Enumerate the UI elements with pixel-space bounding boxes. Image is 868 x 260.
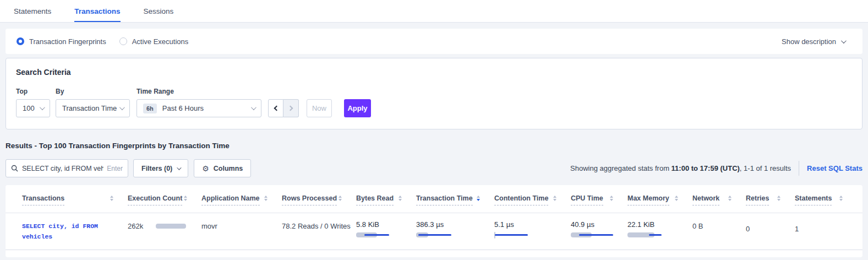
search-input-value: SELECT city, id FROM vehicles W <box>22 165 103 172</box>
results-section: Results - Top 100 Transaction Fingerprin… <box>0 129 868 260</box>
sort-icon[interactable] <box>110 194 113 201</box>
retries-cell: 0 <box>746 220 795 233</box>
column-header-transactions[interactable]: Transactions <box>22 194 128 213</box>
by-select[interactable]: Transaction Time <box>56 99 130 117</box>
sort-icon[interactable] <box>728 194 731 201</box>
chevron-down-icon <box>40 105 45 110</box>
max-memory-cell: 22.1 KiB <box>627 220 692 238</box>
column-header-bytes-read[interactable]: Bytes Read <box>356 194 416 213</box>
stats-time-range: 11:00 to 17:59 (UTC) <box>672 164 740 172</box>
time-range-value: Past 6 Hours <box>162 104 204 112</box>
search-criteria-panel: Search Criteria Top 100 By Transaction T… <box>6 58 862 129</box>
now-button[interactable]: Now <box>307 99 332 117</box>
sort-icon[interactable] <box>398 194 402 201</box>
columns-label: Columns <box>214 165 243 172</box>
time-range-badge: 6h <box>143 104 157 113</box>
bar-line <box>579 234 613 236</box>
network-cell: 0 B <box>692 220 746 230</box>
tab-transactions[interactable]: Transactions <box>74 0 120 22</box>
sort-icon[interactable] <box>675 194 678 201</box>
by-field: By Transaction Time <box>56 88 137 117</box>
column-header-execution-count[interactable]: Execution Count <box>128 194 201 213</box>
contention-time-cell: 5.1 µs <box>494 220 571 238</box>
sort-icon[interactable] <box>610 194 613 201</box>
table-header-row: Transactions Execution Count Application… <box>6 185 862 213</box>
radio-icon <box>17 37 24 45</box>
sort-icon[interactable] <box>477 194 480 201</box>
column-header-contention-time[interactable]: Contention Time <box>494 194 571 213</box>
bar-line <box>495 234 528 236</box>
search-icon <box>11 165 18 172</box>
radio-icon <box>119 37 127 45</box>
tab-label: Sessions <box>144 7 174 15</box>
top-select[interactable]: 100 <box>16 99 50 117</box>
previous-time-window-button[interactable] <box>268 99 283 117</box>
time-range-label: Time Range <box>137 88 268 95</box>
results-heading: Results - Top 100 Transaction Fingerprin… <box>6 142 862 150</box>
bar-line <box>364 234 389 236</box>
column-header-rows-processed[interactable]: Rows Processed <box>282 194 356 213</box>
enter-hint: Enter <box>107 165 123 172</box>
bar-line <box>649 234 662 236</box>
top-select-value: 100 <box>23 104 35 112</box>
sort-icon[interactable] <box>553 194 556 201</box>
gear-icon: ⚙ <box>202 165 209 172</box>
sort-icon[interactable] <box>264 194 268 201</box>
apply-button[interactable]: Apply <box>344 99 371 117</box>
next-time-window-button[interactable] <box>283 99 299 117</box>
time-window-arrows <box>268 99 299 117</box>
divider <box>799 161 799 176</box>
chevron-down-icon <box>177 165 181 170</box>
bytes-read-cell: 5.8 KiB <box>356 220 416 238</box>
execution-count-bar <box>156 224 186 229</box>
time-range-select[interactable]: 6h Past 6 Hours <box>137 99 261 117</box>
show-description-toggle[interactable]: Show description <box>782 37 851 46</box>
columns-button[interactable]: ⚙ Columns <box>194 159 251 177</box>
execution-count-cell: 262k <box>128 220 201 230</box>
search-input[interactable]: SELECT city, id FROM vehicles W Enter <box>6 159 128 177</box>
sort-icon[interactable] <box>184 194 187 201</box>
chevron-left-icon <box>274 106 280 111</box>
chevron-right-icon <box>287 106 293 111</box>
application-name-cell: movr <box>201 220 282 230</box>
top-field: Top 100 <box>16 88 56 117</box>
reset-sql-stats-link[interactable]: Reset SQL Stats <box>807 164 862 172</box>
column-header-cpu-time[interactable]: CPU Time <box>571 194 627 213</box>
rows-processed-cell: 78.2 Reads / 0 Writes <box>282 220 356 230</box>
page-tabbar: Statements Transactions Sessions <box>0 0 868 23</box>
by-select-value: Transaction Time <box>62 104 117 112</box>
bar-line <box>418 234 451 236</box>
radio-label: Active Executions <box>132 37 189 46</box>
sort-icon[interactable] <box>777 194 780 201</box>
radio-transaction-fingerprints[interactable]: Transaction Fingerprints <box>17 37 106 46</box>
radio-active-executions[interactable]: Active Executions <box>119 37 189 46</box>
cpu-time-cell: 40.9 µs <box>571 220 627 238</box>
column-header-transaction-time[interactable]: Transaction Time <box>416 194 494 213</box>
filters-label: Filters (0) <box>141 165 172 172</box>
time-range-field: Time Range 6h Past 6 Hours <box>137 88 268 117</box>
radio-label: Transaction Fingerprints <box>29 37 106 46</box>
top-label: Top <box>16 88 56 95</box>
transaction-fingerprint-link[interactable]: SELECT city, id FROM vehicles <box>22 220 110 242</box>
statements-cell: 1 <box>795 220 857 233</box>
transaction-time-cell: 386.3 µs <box>416 220 494 238</box>
chevron-down-icon <box>841 38 847 44</box>
sort-icon[interactable] <box>339 194 342 201</box>
by-label: By <box>56 88 137 95</box>
column-header-network[interactable]: Network <box>692 194 746 213</box>
column-header-statements[interactable]: Statements <box>795 194 857 213</box>
show-description-label: Show description <box>782 37 836 46</box>
aggregated-stats-text: Showing aggregated stats from 11:00 to 1… <box>570 164 791 172</box>
column-header-application-name[interactable]: Application Name <box>201 194 282 213</box>
results-table: Transactions Execution Count Application… <box>6 185 862 257</box>
tab-label: Statements <box>14 7 51 15</box>
sort-icon[interactable] <box>839 194 843 201</box>
view-mode-bar: Transaction Fingerprints Active Executio… <box>6 29 862 54</box>
tab-statements[interactable]: Statements <box>14 0 51 22</box>
filters-button[interactable]: Filters (0) <box>133 159 188 177</box>
column-header-retries[interactable]: Retries <box>746 194 795 213</box>
table-row: SELECT city, id FROM vehicles 262k movr … <box>6 213 862 250</box>
column-header-max-memory[interactable]: Max Memory <box>627 194 692 213</box>
search-criteria-title: Search Criteria <box>16 68 852 77</box>
tab-sessions[interactable]: Sessions <box>144 0 174 22</box>
